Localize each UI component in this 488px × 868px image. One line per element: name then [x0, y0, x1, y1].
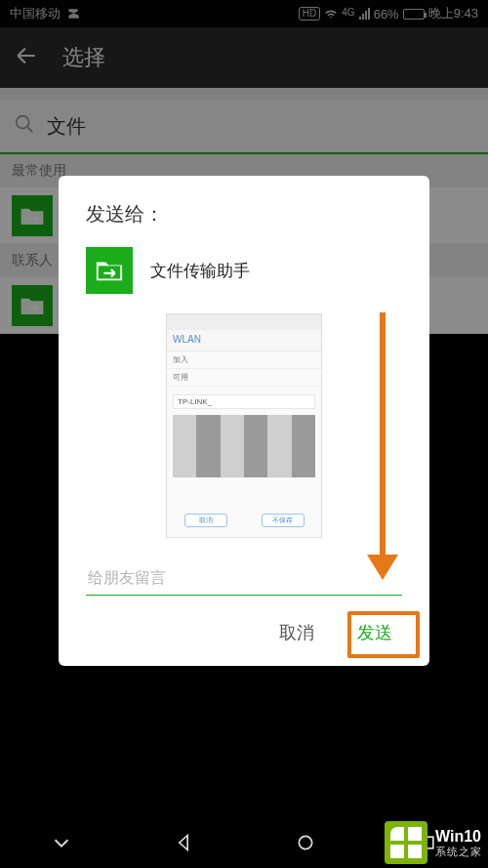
thumb-chip: TP-LINK_ [173, 394, 315, 409]
file-transfer-icon [86, 247, 133, 294]
thumb-title: WLAN [173, 334, 201, 345]
send-dialog: 发送给： 文件传输助手 WLAN 加入 可用 TP-LINK_ 取消 不保存 [59, 176, 429, 666]
thumb-row: 加入 [167, 351, 321, 369]
modal-overlay: 发送给： 文件传输助手 WLAN 加入 可用 TP-LINK_ 取消 不保存 [0, 0, 488, 868]
cancel-button[interactable]: 取消 [279, 621, 314, 644]
mosaic-blur [173, 415, 315, 477]
attachment-thumbnail[interactable]: WLAN 加入 可用 TP-LINK_ 取消 不保存 [166, 313, 322, 538]
nav-hide-keyboard[interactable] [0, 832, 122, 853]
nav-back[interactable] [122, 833, 244, 852]
watermark-line1: Win10 [435, 828, 482, 846]
recipient-name: 文件传输助手 [150, 260, 250, 282]
nav-home[interactable] [244, 833, 366, 852]
svg-point-2 [299, 836, 311, 848]
annotation-arrow-icon [363, 312, 402, 605]
thumb-btn-right: 不保存 [262, 514, 305, 527]
watermark-line2: 系统之家 [435, 846, 482, 857]
recipient-row: 文件传输助手 [86, 247, 402, 294]
thumb-btn-left: 取消 [184, 514, 227, 527]
send-button[interactable]: 发送 [347, 617, 402, 648]
watermark-logo-icon [385, 821, 427, 864]
dialog-title: 发送给： [86, 201, 402, 227]
watermark: Win10 系统之家 [385, 817, 488, 868]
thumb-row: 可用 [167, 369, 321, 387]
message-input[interactable] [86, 561, 402, 596]
